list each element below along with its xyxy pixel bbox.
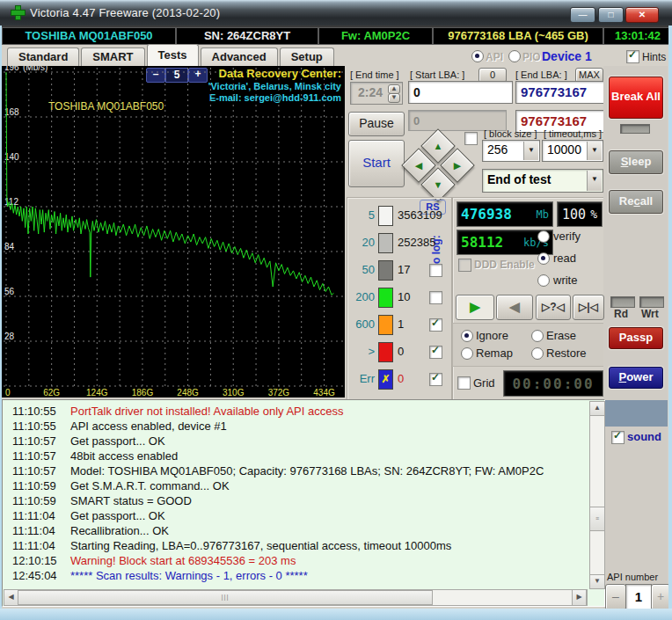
grid-checkbox[interactable] xyxy=(457,376,471,390)
stat-color-box-200 xyxy=(378,288,393,308)
api-radio[interactable] xyxy=(471,50,484,62)
log-message: SMART status = GOOD xyxy=(70,494,192,507)
wrt-label: Wrt xyxy=(641,308,659,320)
transport-reverse-button[interactable]: ◀ xyxy=(496,295,533,320)
stat-log-checkbox-200[interactable] xyxy=(429,291,442,304)
stat-label-600: 600 xyxy=(345,317,375,331)
log-vertical-scrollbar[interactable] xyxy=(589,401,605,589)
action-radio-erase[interactable] xyxy=(531,330,544,342)
svg-text:56: 56 xyxy=(4,287,15,296)
drive-info-bar: TOSHIBA MQ01ABF050 SN: 264ZCR8YT Fw: AM0… xyxy=(0,26,672,45)
hints-checkbox[interactable] xyxy=(626,50,639,63)
stat-color-box-50 xyxy=(378,260,393,281)
log-time: 11:10:59 xyxy=(12,479,56,492)
scroll-down-arrow[interactable]: ▼ xyxy=(589,574,605,589)
drive-firmware: Fw: AM0P2C xyxy=(318,27,433,45)
svg-text:62G: 62G xyxy=(43,388,60,398)
start-button[interactable]: Start xyxy=(348,140,405,187)
sleep-button[interactable]: Sleep xyxy=(609,150,663,174)
log-hscroll-thumb[interactable]: ||| xyxy=(18,590,433,605)
ddd-enable-label: DDD Enable xyxy=(474,259,535,271)
action-label-erase: Erase xyxy=(546,329,576,342)
mode-radio-read[interactable] xyxy=(537,252,550,265)
percent-unit: % xyxy=(586,208,597,221)
stat-log-checkbox-50[interactable] xyxy=(429,264,442,277)
scroll-left-arrow[interactable]: ◀ xyxy=(4,589,18,606)
pause-button[interactable]: Pause xyxy=(348,112,405,136)
log-time: 11:11:04 xyxy=(12,524,55,537)
svg-text:186G: 186G xyxy=(132,388,154,398)
stat-count-5: 3563109 xyxy=(398,208,442,222)
svg-text:84: 84 xyxy=(4,242,15,252)
transport-seek-end-button[interactable]: ▷|◁ xyxy=(573,295,604,320)
api-number-plus-button[interactable]: + xyxy=(651,584,670,610)
end-lba-input[interactable]: 976773167 xyxy=(515,81,608,104)
log-time: 11:11:04 xyxy=(12,539,55,552)
window-left-border xyxy=(0,26,2,609)
stat-label-200: 200 xyxy=(345,290,375,303)
log-time: 12:10:15 xyxy=(12,554,57,567)
log-vscroll-thumb[interactable]: ≡ xyxy=(589,507,605,531)
mode-radio-verify[interactable] xyxy=(537,230,550,243)
tab-setup[interactable]: Setup xyxy=(280,47,334,66)
tab-tests[interactable]: Tests xyxy=(147,44,199,66)
megabytes-unit: Mb xyxy=(537,208,552,221)
scroll-right-arrow[interactable]: ▶ xyxy=(572,589,587,606)
sound-checkbox[interactable] xyxy=(611,431,625,444)
speed-graph: – 5 + Data Recovery Center: 'Victoria', … xyxy=(2,66,345,398)
stat-log-checkbox-Err[interactable] xyxy=(429,373,442,386)
transport-seek-question-button[interactable]: ▷?◁ xyxy=(536,295,571,320)
device-label: Device 1 xyxy=(542,49,592,63)
action-radio-ignore[interactable] xyxy=(461,330,473,342)
app-icon-green-cross xyxy=(10,4,25,19)
recall-button[interactable]: Recall xyxy=(609,190,663,214)
break-all-button[interactable]: Break All xyxy=(609,77,663,119)
tab-standard[interactable]: Standard xyxy=(7,47,79,66)
end-time-label: [ End time ] xyxy=(350,69,399,80)
scroll-up-arrow[interactable]: ▲ xyxy=(589,401,605,416)
action-radio-remap[interactable] xyxy=(461,347,473,360)
mode-label-verify: verify xyxy=(553,230,581,243)
timeout-value: 10000 xyxy=(547,142,581,157)
stat-count-200: 10 xyxy=(398,290,410,303)
api-number-minus-button[interactable]: – xyxy=(605,584,626,610)
read-led xyxy=(610,296,635,308)
svg-text:124G: 124G xyxy=(86,388,108,398)
block-size-dropdown[interactable]: 256 ▼ xyxy=(482,140,540,162)
stat-log-checkbox-600[interactable] xyxy=(429,318,442,332)
api-number-value: 1 xyxy=(625,584,652,610)
tab-smart[interactable]: SMART xyxy=(81,47,144,66)
end-time-spinner[interactable]: 2:24 ▲ ▼ xyxy=(350,82,403,105)
activity-led xyxy=(620,124,650,134)
minimize-button[interactable]: — xyxy=(570,7,595,23)
tab-advanced[interactable]: Advanced xyxy=(201,47,278,66)
log-message: Warning! Block start at 689345536 = 203 … xyxy=(70,554,296,567)
transport-play-button[interactable]: ▶ xyxy=(456,295,494,320)
stat-count-600: 1 xyxy=(398,317,404,331)
stat-log-checkbox->[interactable] xyxy=(429,346,442,359)
stat-color-box-> xyxy=(378,342,393,362)
maximize-button[interactable]: □ xyxy=(598,7,624,23)
rd-label: Rd xyxy=(614,308,628,320)
stat-count-50: 17 xyxy=(398,263,410,276)
end-action-dropdown[interactable]: End of test ▼ xyxy=(482,169,603,193)
power-button[interactable]: Power xyxy=(609,367,663,389)
passport-button[interactable]: Passp xyxy=(609,327,663,349)
start-lba-input[interactable]: 0 xyxy=(408,81,513,104)
mode-radio-write[interactable] xyxy=(537,274,550,287)
elapsed-timer-value: 00:00:00 xyxy=(512,376,594,392)
recall-label: all xyxy=(640,194,653,208)
action-radio-restore[interactable] xyxy=(531,347,544,360)
stat-label-50: 50 xyxy=(345,263,375,276)
log-time: 11:10:55 xyxy=(12,405,56,418)
svg-text:372G: 372G xyxy=(268,388,290,398)
clock: 13:01:42 xyxy=(603,27,672,45)
close-button[interactable]: ✕ xyxy=(625,7,659,23)
end-time-down-arrow[interactable]: ▼ xyxy=(388,93,400,103)
drive-capacity: 976773168 LBA (~465 GB) xyxy=(433,27,603,45)
pio-radio[interactable] xyxy=(508,50,521,62)
stat-label-5: 5 xyxy=(345,208,375,222)
timeout-dropdown[interactable]: 10000 ▼ xyxy=(542,140,603,162)
nav-option-checkbox[interactable] xyxy=(464,132,478,145)
end-action-value: End of test xyxy=(487,172,551,186)
